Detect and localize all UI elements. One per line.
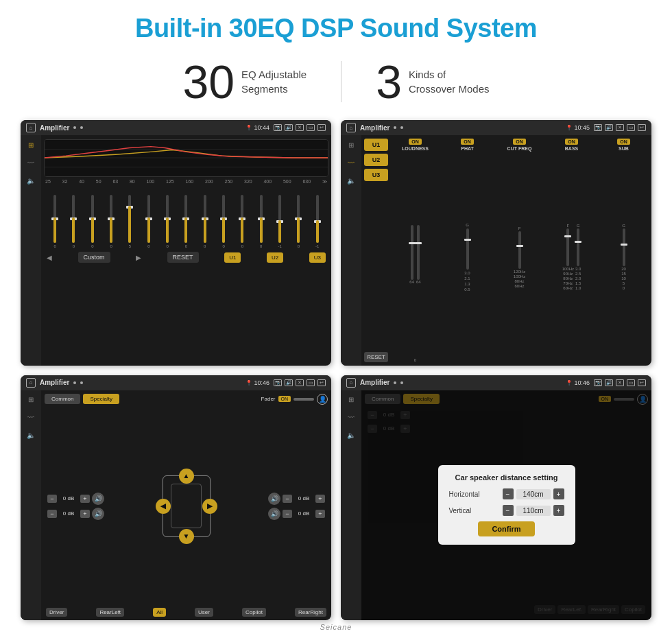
wave-icon4[interactable]: 〰 — [344, 412, 358, 423]
screen1-body: ⊞ 〰 🔈 — [21, 135, 331, 366]
x4: ✕ — [616, 379, 624, 386]
speaker-icon4[interactable]: 🔈 — [344, 430, 358, 441]
cf-sl1[interactable] — [518, 231, 521, 269]
eq-icon2[interactable]: ⊞ — [344, 139, 358, 150]
horizontal-control: − 140cm + — [503, 488, 564, 499]
screen-crossover: ⌂ Amplifier 📍 10:45 📷 🔊 ✕ ▭ ↩ ⊞ — [341, 120, 651, 366]
br-val: 0 dB — [294, 510, 313, 517]
speaker-icon3[interactable]: 🔈 — [24, 430, 38, 441]
speaker-br-icon: 🔊 — [268, 508, 280, 520]
screen3-body: ⊞ 〰 🔈 Common Specialty Fader ON — [21, 390, 331, 621]
u2-btn[interactable]: U2 — [267, 252, 283, 263]
br-minus[interactable]: − — [283, 510, 292, 518]
confirm-button[interactable]: Confirm — [478, 521, 534, 536]
dialog-horizontal: Horizontal − 140cm + — [449, 488, 564, 499]
nav-up[interactable]: ▲ — [179, 469, 194, 484]
slider-12: 0 — [253, 195, 269, 248]
u2-cross[interactable]: U2 — [364, 154, 388, 166]
br-plus[interactable]: + — [315, 510, 325, 518]
specialty-tab[interactable]: Specialty — [83, 394, 119, 404]
phat-sliders: G 3.0 2.1 1.3 0.5 — [464, 152, 470, 362]
preset-btn[interactable]: Custom — [78, 252, 110, 263]
tr-minus[interactable]: − — [283, 495, 292, 503]
nav-left[interactable]: ◀ — [156, 499, 171, 514]
back4: ↩ — [638, 379, 646, 386]
cross-cols: ON LOUDNESS 64 64 — [390, 139, 649, 362]
phat-sl1[interactable] — [466, 228, 469, 270]
screen4-body: ⊞ 〰 🔈 Common Specialty ON 👤 — [341, 390, 651, 621]
col-bass: ON BASS F 100Hz 90Hz 80Hz 70Hz — [547, 139, 597, 362]
on-bass: ON — [565, 139, 578, 145]
slider-4: 0 — [103, 195, 119, 248]
vertical-minus[interactable]: − — [503, 505, 514, 516]
screen4-main: Common Specialty ON 👤 − — [361, 390, 651, 621]
slider-3: 0 — [84, 195, 101, 248]
rearleft-label[interactable]: RearLeft — [96, 608, 124, 617]
screen2-body: ⊞ 〰 🔈 U1 U2 U3 RESET — [341, 135, 651, 366]
vertical-label: Vertical — [449, 507, 472, 515]
screen2-main: U1 U2 U3 RESET ON LOUDNESS — [361, 135, 651, 366]
bl-plus[interactable]: + — [80, 510, 90, 518]
prev-btn[interactable]: ◀ — [47, 254, 52, 261]
loudness-sl1[interactable] — [411, 225, 413, 280]
horizontal-plus[interactable]: + — [553, 488, 564, 499]
nav-down[interactable]: ▼ — [179, 529, 194, 544]
vertical-plus[interactable]: + — [553, 505, 564, 516]
wave-icon[interactable]: 〰 — [24, 157, 38, 168]
screen2-side-panel: ⊞ 〰 🔈 — [341, 135, 361, 366]
user-btn[interactable]: User — [195, 608, 213, 617]
loudness-sl2[interactable] — [417, 225, 420, 280]
eq-icon4[interactable]: ⊞ — [344, 394, 358, 405]
u1-btn[interactable]: U1 — [224, 252, 241, 263]
driver-label[interactable]: Driver — [46, 608, 67, 617]
rearright-label[interactable]: RearRight — [295, 608, 326, 617]
wave-icon2[interactable]: 〰 — [344, 157, 358, 168]
vertical-control: − 110cm + — [503, 505, 564, 516]
speaker-icon2[interactable]: 🔈 — [344, 175, 358, 186]
reset-cross[interactable]: RESET — [364, 352, 388, 362]
bl-minus[interactable]: − — [47, 510, 57, 518]
speaker-icon[interactable]: 🔈 — [24, 175, 38, 186]
slider-10: 0 — [215, 195, 232, 248]
screen1-main: 25 32 40 50 63 80 100 125 160 200 250 32… — [41, 135, 331, 366]
bass-sl1[interactable] — [566, 228, 569, 266]
slider-2: 0 — [65, 195, 82, 248]
nav-right[interactable]: ▶ — [202, 499, 217, 514]
bass-sl2[interactable] — [577, 228, 579, 266]
cam4: 📷 — [594, 379, 602, 386]
screen2-header-icons: 📷 🔊 ✕ ▭ ↩ — [594, 124, 646, 131]
speaker-tl-icon: 🔊 — [92, 493, 104, 505]
car-inner — [171, 484, 202, 528]
horizontal-minus[interactable]: − — [503, 488, 514, 499]
vol3: 🔊 — [285, 379, 293, 386]
reset-btn[interactable]: RESET — [167, 252, 199, 263]
dialog-box: Car speaker distance setting Horizontal … — [438, 465, 575, 545]
u3-btn[interactable]: U3 — [309, 252, 326, 263]
fader-slider[interactable] — [293, 398, 314, 401]
u1-cross[interactable]: U1 — [364, 139, 388, 151]
all-btn[interactable]: All — [153, 608, 166, 617]
stat1-text: EQ Adjustable Segments — [241, 67, 307, 96]
common-tab[interactable]: Common — [45, 394, 80, 404]
sub-sl1[interactable] — [623, 228, 625, 266]
copilot-label[interactable]: Copilot — [242, 608, 266, 617]
tl-minus[interactable]: − — [47, 495, 57, 503]
tr-plus[interactable]: + — [315, 495, 325, 503]
slider-13: -1 — [272, 195, 288, 248]
window-icon: ▭ — [307, 124, 315, 131]
wave-icon3[interactable]: 〰 — [24, 412, 38, 423]
home-icon4: ⌂ — [346, 378, 356, 388]
cutfreq-sliders: F 120Hz 100Hz 80Hz 60Hz — [514, 152, 525, 362]
screen1-header-icons: 📷 🔊 ✕ ▭ ↩ — [274, 124, 326, 131]
speaker-bl-icon: 🔊 — [92, 508, 104, 520]
u3-cross[interactable]: U3 — [364, 169, 388, 181]
eq-icon[interactable]: ⊞ — [24, 139, 38, 150]
horizontal-label: Horizontal — [449, 491, 480, 498]
volume-icon: 🔊 — [285, 124, 293, 131]
loc2: 📍 — [566, 125, 573, 131]
top-left-control: − 0 dB + 🔊 — [47, 493, 104, 505]
header-dot1 — [73, 126, 76, 129]
next-btn[interactable]: ▶ — [136, 254, 141, 261]
eq-icon3[interactable]: ⊞ — [24, 394, 38, 405]
tl-plus[interactable]: + — [80, 495, 90, 503]
